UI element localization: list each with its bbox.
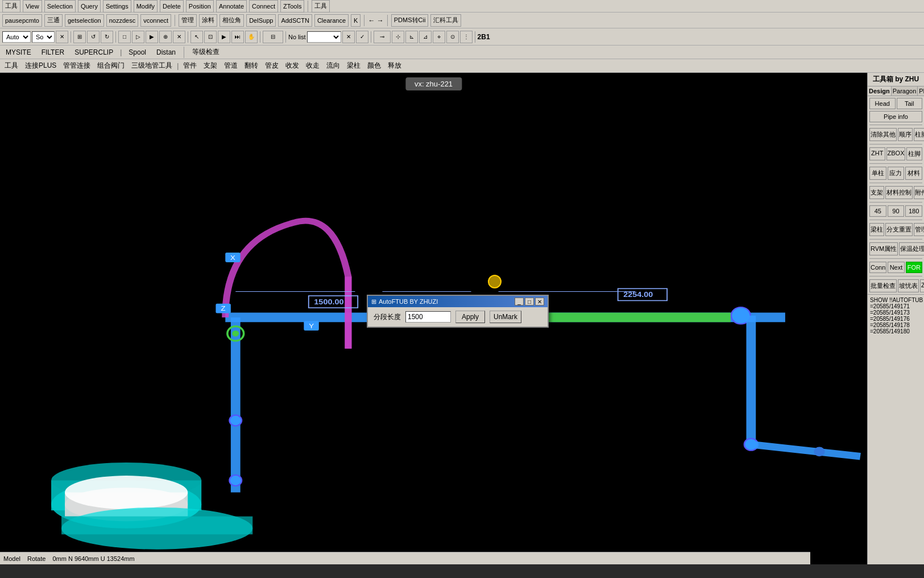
right-panel-scroll[interactable]: Head Tail Pipe info 清除其他 顺序 柱脚 ZHT ZBOX … xyxy=(868,96,924,564)
dialog-minimize[interactable]: _ xyxy=(515,298,524,305)
btn-poyoubiao[interactable]: 坡忧表 xyxy=(898,279,919,292)
btn-shunxu[interactable]: 顺序 xyxy=(898,128,913,141)
btn-nozzdesc[interactable]: nozzdesc xyxy=(106,14,138,27)
dialog-close[interactable]: ✕ xyxy=(535,298,544,305)
tab-paragon[interactable]: Paragon xyxy=(892,86,918,96)
tab-design[interactable]: Design xyxy=(868,86,892,96)
btn-vconnect[interactable]: vconnect xyxy=(140,14,171,27)
cn-guandao[interactable]: 管道 xyxy=(222,60,240,71)
viewport[interactable]: vx: zhu-221 xyxy=(0,73,867,564)
btn-tuliao[interactable]: 涂料 xyxy=(199,14,217,27)
cn-yanse[interactable]: 颜色 xyxy=(365,60,383,71)
tab-distan[interactable]: Distan xyxy=(153,47,179,57)
cn-fanzhuan[interactable]: 翻转 xyxy=(242,60,260,71)
btn-danzhu[interactable]: 单柱 xyxy=(869,167,886,180)
cn-liangzhu[interactable]: 梁柱 xyxy=(345,60,363,71)
btn-piliangjiancha[interactable]: 批量检查 xyxy=(869,279,897,292)
btn-90[interactable]: 90 xyxy=(888,205,905,217)
icon-view2[interactable]: ▶ xyxy=(146,31,158,43)
menu-ztools[interactable]: ZTools xyxy=(280,0,304,13)
btn-baowen[interactable]: 保温处理 xyxy=(899,242,924,255)
icon-s2[interactable]: ⊹ xyxy=(392,31,404,43)
icon-view1[interactable]: ▷ xyxy=(132,31,144,43)
icon-clear[interactable]: ✕ xyxy=(56,31,68,43)
icon-s4[interactable]: ⊿ xyxy=(419,31,432,43)
btn-pipe-info[interactable]: Pipe info xyxy=(869,111,922,122)
btn-cailiao1[interactable]: 材料 xyxy=(905,167,922,180)
menu-selection[interactable]: Selection xyxy=(44,0,76,13)
cn-gongju[interactable]: 工具 xyxy=(2,60,20,71)
btn-rvm[interactable]: RVM属性 xyxy=(869,242,898,255)
cn-lianjieplus[interactable]: 连接PLUS xyxy=(23,60,59,71)
btn-zhijia2[interactable]: 支架 xyxy=(869,186,884,199)
menu-position[interactable]: Position xyxy=(186,0,214,13)
icon-s6[interactable]: ⊙ xyxy=(446,31,459,43)
tab-dengji[interactable]: 等级检查 xyxy=(189,46,223,58)
dialog-apply-button[interactable]: Apply xyxy=(455,311,485,323)
icon-view3[interactable]: ⊕ xyxy=(159,31,172,43)
icon-hand[interactable]: ✋ xyxy=(245,31,258,43)
icon-cross[interactable]: ✕ xyxy=(173,31,185,43)
menu-extra[interactable]: 工具 xyxy=(312,0,330,13)
btn-zht[interactable]: ZHT xyxy=(869,147,885,160)
menu-connect[interactable]: Connect xyxy=(249,0,278,13)
btn-addsctn[interactable]: AddSCTN xyxy=(278,14,312,27)
icon-3d[interactable]: ⊟ xyxy=(263,31,283,43)
icon-frame[interactable]: ⊡ xyxy=(204,31,217,43)
btn-getselection[interactable]: getselection xyxy=(65,14,104,27)
btn-zhujiao2[interactable]: 柱脚 xyxy=(906,147,922,160)
menu-view[interactable]: View xyxy=(23,0,42,13)
menu-delete[interactable]: Delete xyxy=(160,0,184,13)
btn-zhujiao1[interactable]: 柱脚 xyxy=(914,128,924,141)
icon-cursor[interactable]: ↖ xyxy=(190,31,203,43)
btn-45[interactable]: 45 xyxy=(869,205,886,217)
btn-180[interactable]: 180 xyxy=(905,205,922,217)
tab-filter[interactable]: FILTER xyxy=(38,47,68,57)
tab-pmlu[interactable]: PMLU xyxy=(918,86,924,96)
btn-zolo[interactable]: Zolo Supp xyxy=(920,279,924,292)
btn-zbox[interactable]: ZBOX xyxy=(886,147,906,160)
cn-shifang[interactable]: 释放 xyxy=(386,60,404,71)
cn-shoufa[interactable]: 收发 xyxy=(283,60,301,71)
dialog-input[interactable] xyxy=(405,311,451,323)
cn-liuxiang[interactable]: 流向 xyxy=(324,60,342,71)
btn-conn[interactable]: Conn xyxy=(869,262,886,273)
icon-box[interactable]: □ xyxy=(118,31,131,43)
btn-guanli[interactable]: 管理 xyxy=(179,14,197,27)
icon-s1[interactable]: ⊸ xyxy=(374,31,391,43)
menu-tools[interactable]: 工具 xyxy=(2,0,20,13)
btn-liangzhu[interactable]: 梁柱 xyxy=(869,223,884,236)
icon-tool1[interactable]: ⊞ xyxy=(73,31,86,43)
cn-shouzou[interactable]: 收走 xyxy=(304,60,322,71)
menu-annotate[interactable]: Annotate xyxy=(216,0,247,13)
btn-xiangweijiao[interactable]: 相位角 xyxy=(219,14,244,27)
btn-fenzhichongzhi[interactable]: 分支重置 xyxy=(885,223,913,236)
btn-for[interactable]: FOR xyxy=(906,262,922,273)
menu-modify[interactable]: Modify xyxy=(134,0,158,13)
status-mode2[interactable]: Rotate xyxy=(27,555,45,562)
btn-guanlijieguan[interactable]: 管理接管 xyxy=(914,223,924,236)
dialog-unmark-button[interactable]: UnMark xyxy=(490,311,521,323)
btn-qingchu[interactable]: 清除其他 xyxy=(869,128,897,141)
btn-head[interactable]: Head xyxy=(869,98,896,109)
cn-sanjidi[interactable]: 三级地管工具 xyxy=(129,60,175,71)
cn-zhijia[interactable]: 支架 xyxy=(201,60,219,71)
cn-guanpi[interactable]: 管皮 xyxy=(263,60,281,71)
btn-clearance[interactable]: Clearance xyxy=(314,14,349,27)
menu-query[interactable]: Query xyxy=(78,0,101,13)
cn-guanjian[interactable]: 管件 xyxy=(181,60,199,71)
dropdown-auto[interactable]: Auto xyxy=(2,31,31,43)
btn-cailiaokongzhi[interactable]: 材料控制 xyxy=(885,186,913,199)
icon-s3[interactable]: ⊾ xyxy=(405,31,418,43)
dialog-restore[interactable]: □ xyxy=(525,298,534,305)
icon-anim[interactable]: ⏭ xyxy=(231,31,244,43)
btn-santong[interactable]: 三通 xyxy=(44,14,63,27)
btn-delsupp[interactable]: DelSupp xyxy=(246,14,276,27)
status-mode1[interactable]: Model xyxy=(3,555,20,562)
icon-play[interactable]: ▶ xyxy=(218,31,230,43)
icon-x2[interactable]: ✕ xyxy=(342,31,355,43)
btn-k[interactable]: K xyxy=(351,14,361,27)
btn-tail[interactable]: Tail xyxy=(897,98,923,109)
btn-huike[interactable]: 汇科工具 xyxy=(430,14,461,27)
icon-tool2[interactable]: ↺ xyxy=(87,31,100,43)
